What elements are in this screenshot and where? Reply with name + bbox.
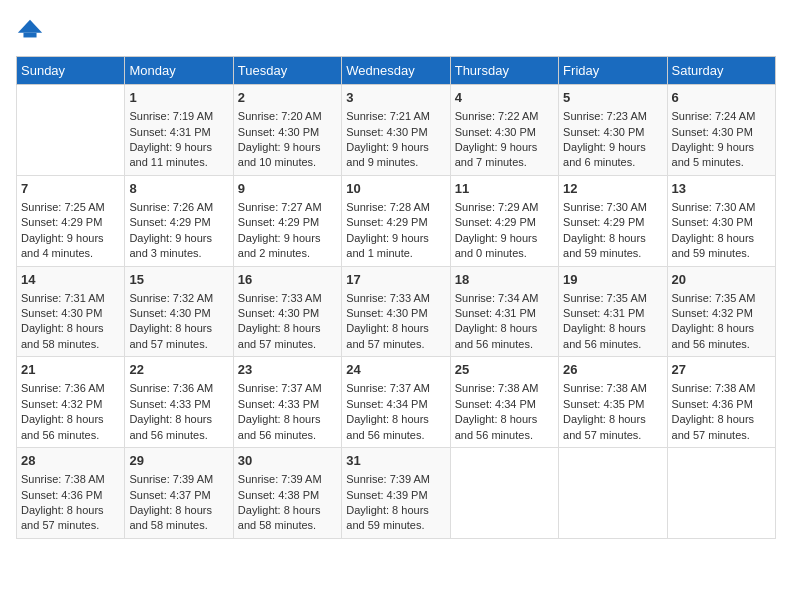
sunset-text: Sunset: 4:30 PM xyxy=(455,125,554,140)
daylight-text: Daylight: 9 hours and 0 minutes. xyxy=(455,231,554,262)
calendar-cell: 19Sunrise: 7:35 AMSunset: 4:31 PMDayligh… xyxy=(559,266,667,357)
sunrise-text: Sunrise: 7:38 AM xyxy=(455,381,554,396)
day-number: 4 xyxy=(455,89,554,107)
daylight-text: Daylight: 8 hours and 59 minutes. xyxy=(563,231,662,262)
sunset-text: Sunset: 4:38 PM xyxy=(238,488,337,503)
daylight-text: Daylight: 8 hours and 57 minutes. xyxy=(238,321,337,352)
calendar-cell: 8Sunrise: 7:26 AMSunset: 4:29 PMDaylight… xyxy=(125,175,233,266)
calendar-cell: 18Sunrise: 7:34 AMSunset: 4:31 PMDayligh… xyxy=(450,266,558,357)
calendar-cell xyxy=(450,448,558,539)
calendar-cell: 15Sunrise: 7:32 AMSunset: 4:30 PMDayligh… xyxy=(125,266,233,357)
day-number: 1 xyxy=(129,89,228,107)
calendar-cell: 10Sunrise: 7:28 AMSunset: 4:29 PMDayligh… xyxy=(342,175,450,266)
calendar-cell: 17Sunrise: 7:33 AMSunset: 4:30 PMDayligh… xyxy=(342,266,450,357)
calendar-cell xyxy=(667,448,775,539)
daylight-text: Daylight: 8 hours and 56 minutes. xyxy=(21,412,120,443)
day-number: 30 xyxy=(238,452,337,470)
sunrise-text: Sunrise: 7:39 AM xyxy=(129,472,228,487)
calendar-cell: 22Sunrise: 7:36 AMSunset: 4:33 PMDayligh… xyxy=(125,357,233,448)
daylight-text: Daylight: 8 hours and 57 minutes. xyxy=(129,321,228,352)
sunrise-text: Sunrise: 7:30 AM xyxy=(672,200,771,215)
daylight-text: Daylight: 8 hours and 59 minutes. xyxy=(346,503,445,534)
calendar-cell: 5Sunrise: 7:23 AMSunset: 4:30 PMDaylight… xyxy=(559,85,667,176)
sunset-text: Sunset: 4:29 PM xyxy=(346,215,445,230)
daylight-text: Daylight: 9 hours and 1 minute. xyxy=(346,231,445,262)
daylight-text: Daylight: 8 hours and 56 minutes. xyxy=(238,412,337,443)
sunset-text: Sunset: 4:34 PM xyxy=(455,397,554,412)
sunset-text: Sunset: 4:29 PM xyxy=(563,215,662,230)
day-number: 31 xyxy=(346,452,445,470)
sunset-text: Sunset: 4:30 PM xyxy=(238,306,337,321)
logo xyxy=(16,16,48,44)
calendar-cell: 4Sunrise: 7:22 AMSunset: 4:30 PMDaylight… xyxy=(450,85,558,176)
day-number: 27 xyxy=(672,361,771,379)
header-day-monday: Monday xyxy=(125,57,233,85)
day-number: 3 xyxy=(346,89,445,107)
daylight-text: Daylight: 9 hours and 2 minutes. xyxy=(238,231,337,262)
sunrise-text: Sunrise: 7:26 AM xyxy=(129,200,228,215)
day-number: 28 xyxy=(21,452,120,470)
sunset-text: Sunset: 4:30 PM xyxy=(563,125,662,140)
day-number: 29 xyxy=(129,452,228,470)
header-day-thursday: Thursday xyxy=(450,57,558,85)
day-number: 26 xyxy=(563,361,662,379)
sunrise-text: Sunrise: 7:35 AM xyxy=(563,291,662,306)
sunrise-text: Sunrise: 7:30 AM xyxy=(563,200,662,215)
daylight-text: Daylight: 8 hours and 56 minutes. xyxy=(563,321,662,352)
sunset-text: Sunset: 4:30 PM xyxy=(346,306,445,321)
sunrise-text: Sunrise: 7:20 AM xyxy=(238,109,337,124)
header-day-saturday: Saturday xyxy=(667,57,775,85)
calendar-cell xyxy=(559,448,667,539)
daylight-text: Daylight: 9 hours and 6 minutes. xyxy=(563,140,662,171)
day-number: 16 xyxy=(238,271,337,289)
day-number: 9 xyxy=(238,180,337,198)
day-number: 13 xyxy=(672,180,771,198)
sunset-text: Sunset: 4:34 PM xyxy=(346,397,445,412)
sunrise-text: Sunrise: 7:32 AM xyxy=(129,291,228,306)
svg-rect-1 xyxy=(23,33,36,38)
sunrise-text: Sunrise: 7:38 AM xyxy=(21,472,120,487)
daylight-text: Daylight: 8 hours and 56 minutes. xyxy=(346,412,445,443)
sunset-text: Sunset: 4:33 PM xyxy=(129,397,228,412)
sunrise-text: Sunrise: 7:19 AM xyxy=(129,109,228,124)
day-number: 24 xyxy=(346,361,445,379)
daylight-text: Daylight: 8 hours and 56 minutes. xyxy=(455,321,554,352)
daylight-text: Daylight: 9 hours and 10 minutes. xyxy=(238,140,337,171)
daylight-text: Daylight: 8 hours and 59 minutes. xyxy=(672,231,771,262)
calendar-header-row: SundayMondayTuesdayWednesdayThursdayFrid… xyxy=(17,57,776,85)
sunset-text: Sunset: 4:30 PM xyxy=(238,125,337,140)
calendar-week-row: 28Sunrise: 7:38 AMSunset: 4:36 PMDayligh… xyxy=(17,448,776,539)
calendar-cell: 27Sunrise: 7:38 AMSunset: 4:36 PMDayligh… xyxy=(667,357,775,448)
calendar-cell: 28Sunrise: 7:38 AMSunset: 4:36 PMDayligh… xyxy=(17,448,125,539)
daylight-text: Daylight: 8 hours and 58 minutes. xyxy=(21,321,120,352)
sunrise-text: Sunrise: 7:23 AM xyxy=(563,109,662,124)
sunset-text: Sunset: 4:32 PM xyxy=(21,397,120,412)
sunset-text: Sunset: 4:35 PM xyxy=(563,397,662,412)
svg-marker-0 xyxy=(18,20,42,33)
daylight-text: Daylight: 8 hours and 58 minutes. xyxy=(238,503,337,534)
calendar-cell: 20Sunrise: 7:35 AMSunset: 4:32 PMDayligh… xyxy=(667,266,775,357)
sunrise-text: Sunrise: 7:29 AM xyxy=(455,200,554,215)
sunrise-text: Sunrise: 7:36 AM xyxy=(21,381,120,396)
day-number: 5 xyxy=(563,89,662,107)
day-number: 23 xyxy=(238,361,337,379)
calendar-cell: 26Sunrise: 7:38 AMSunset: 4:35 PMDayligh… xyxy=(559,357,667,448)
day-number: 12 xyxy=(563,180,662,198)
calendar-week-row: 21Sunrise: 7:36 AMSunset: 4:32 PMDayligh… xyxy=(17,357,776,448)
calendar-cell: 7Sunrise: 7:25 AMSunset: 4:29 PMDaylight… xyxy=(17,175,125,266)
calendar-week-row: 7Sunrise: 7:25 AMSunset: 4:29 PMDaylight… xyxy=(17,175,776,266)
sunset-text: Sunset: 4:30 PM xyxy=(346,125,445,140)
header-day-friday: Friday xyxy=(559,57,667,85)
sunset-text: Sunset: 4:36 PM xyxy=(672,397,771,412)
calendar-week-row: 1Sunrise: 7:19 AMSunset: 4:31 PMDaylight… xyxy=(17,85,776,176)
calendar-cell: 24Sunrise: 7:37 AMSunset: 4:34 PMDayligh… xyxy=(342,357,450,448)
calendar-cell: 21Sunrise: 7:36 AMSunset: 4:32 PMDayligh… xyxy=(17,357,125,448)
day-number: 10 xyxy=(346,180,445,198)
day-number: 11 xyxy=(455,180,554,198)
calendar-cell: 2Sunrise: 7:20 AMSunset: 4:30 PMDaylight… xyxy=(233,85,341,176)
day-number: 6 xyxy=(672,89,771,107)
header-day-sunday: Sunday xyxy=(17,57,125,85)
day-number: 2 xyxy=(238,89,337,107)
sunrise-text: Sunrise: 7:37 AM xyxy=(238,381,337,396)
sunset-text: Sunset: 4:31 PM xyxy=(129,125,228,140)
